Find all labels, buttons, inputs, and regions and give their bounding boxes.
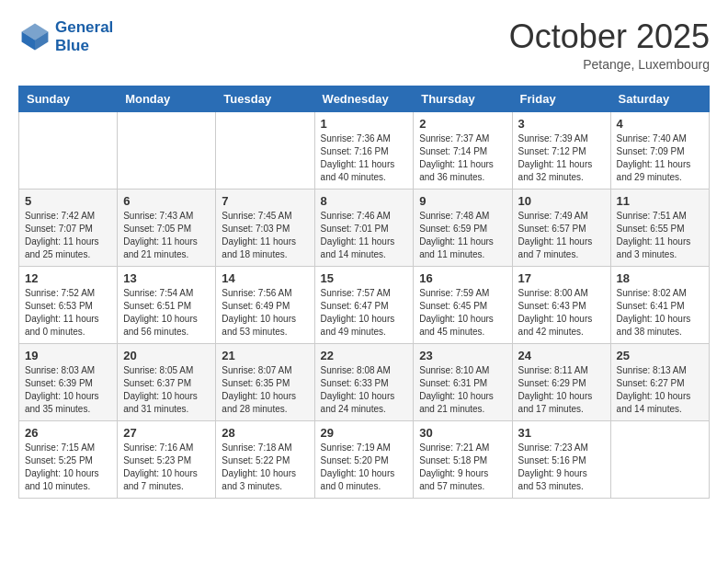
day-number: 13 — [123, 271, 210, 285]
calendar-cell: 6Sunrise: 7:43 AM Sunset: 7:05 PM Daylig… — [118, 189, 216, 266]
day-number: 31 — [518, 426, 605, 440]
day-info: Sunrise: 7:45 AM Sunset: 7:03 PM Dayligh… — [222, 210, 308, 261]
day-info: Sunrise: 7:15 AM Sunset: 5:25 PM Dayligh… — [25, 442, 111, 493]
day-number: 26 — [25, 426, 111, 440]
month-title: October 2025 — [509, 18, 710, 55]
calendar-cell — [216, 111, 314, 189]
day-number: 4 — [617, 117, 703, 131]
calendar-cell: 10Sunrise: 7:49 AM Sunset: 6:57 PM Dayli… — [512, 189, 610, 266]
day-number: 25 — [617, 349, 703, 362]
day-number: 27 — [123, 426, 210, 440]
day-info: Sunrise: 8:00 AM Sunset: 6:43 PM Dayligh… — [518, 287, 605, 339]
page-header: General Blue October 2025 Petange, Luxem… — [18, 18, 710, 72]
day-info: Sunrise: 7:57 AM Sunset: 6:47 PM Dayligh… — [321, 287, 408, 339]
day-number: 1 — [321, 117, 408, 131]
calendar-cell — [610, 420, 709, 498]
calendar-cell: 15Sunrise: 7:57 AM Sunset: 6:47 PM Dayli… — [314, 266, 414, 343]
calendar-cell: 27Sunrise: 7:16 AM Sunset: 5:23 PM Dayli… — [118, 420, 216, 498]
day-number: 2 — [419, 117, 506, 131]
calendar-cell: 5Sunrise: 7:42 AM Sunset: 7:07 PM Daylig… — [19, 189, 118, 266]
day-info: Sunrise: 7:46 AM Sunset: 7:01 PM Dayligh… — [321, 210, 408, 261]
day-info: Sunrise: 7:21 AM Sunset: 5:18 PM Dayligh… — [419, 442, 506, 493]
logo-text: General Blue — [55, 18, 113, 54]
day-info: Sunrise: 7:16 AM Sunset: 5:23 PM Dayligh… — [123, 442, 210, 493]
day-info: Sunrise: 7:43 AM Sunset: 7:05 PM Dayligh… — [123, 210, 210, 261]
day-number: 9 — [419, 194, 506, 208]
weekday-header-sunday: Sunday — [19, 86, 118, 111]
calendar-cell: 14Sunrise: 7:56 AM Sunset: 6:49 PM Dayli… — [216, 266, 314, 343]
weekday-header-tuesday: Tuesday — [216, 86, 314, 111]
calendar-cell — [118, 111, 216, 189]
calendar-cell: 28Sunrise: 7:18 AM Sunset: 5:22 PM Dayli… — [216, 420, 314, 498]
calendar-cell: 19Sunrise: 8:03 AM Sunset: 6:39 PM Dayli… — [19, 343, 118, 420]
calendar-cell: 2Sunrise: 7:37 AM Sunset: 7:14 PM Daylig… — [414, 111, 512, 189]
day-info: Sunrise: 7:51 AM Sunset: 6:55 PM Dayligh… — [617, 210, 703, 261]
calendar-cell: 16Sunrise: 7:59 AM Sunset: 6:45 PM Dayli… — [414, 266, 512, 343]
day-info: Sunrise: 7:39 AM Sunset: 7:12 PM Dayligh… — [518, 132, 605, 184]
calendar-table: SundayMondayTuesdayWednesdayThursdayFrid… — [18, 86, 710, 499]
day-info: Sunrise: 8:08 AM Sunset: 6:33 PM Dayligh… — [321, 364, 408, 416]
calendar-week-3: 12Sunrise: 7:52 AM Sunset: 6:53 PM Dayli… — [19, 266, 710, 343]
day-number: 21 — [222, 349, 308, 362]
day-number: 15 — [321, 271, 408, 285]
day-number: 24 — [518, 349, 605, 362]
day-number: 22 — [321, 349, 408, 362]
day-info: Sunrise: 8:02 AM Sunset: 6:41 PM Dayligh… — [617, 287, 703, 339]
day-number: 20 — [123, 349, 210, 362]
day-info: Sunrise: 7:52 AM Sunset: 6:53 PM Dayligh… — [25, 287, 111, 339]
calendar-cell: 25Sunrise: 8:13 AM Sunset: 6:27 PM Dayli… — [610, 343, 709, 420]
calendar-cell: 30Sunrise: 7:21 AM Sunset: 5:18 PM Dayli… — [414, 420, 512, 498]
calendar-cell: 4Sunrise: 7:40 AM Sunset: 7:09 PM Daylig… — [610, 111, 709, 189]
day-info: Sunrise: 7:36 AM Sunset: 7:16 PM Dayligh… — [321, 132, 408, 184]
calendar-cell: 9Sunrise: 7:48 AM Sunset: 6:59 PM Daylig… — [414, 189, 512, 266]
logo-icon — [18, 20, 51, 53]
calendar-cell: 23Sunrise: 8:10 AM Sunset: 6:31 PM Dayli… — [414, 343, 512, 420]
weekday-header-friday: Friday — [512, 86, 610, 111]
calendar-cell: 12Sunrise: 7:52 AM Sunset: 6:53 PM Dayli… — [19, 266, 118, 343]
day-info: Sunrise: 8:10 AM Sunset: 6:31 PM Dayligh… — [419, 364, 506, 416]
day-number: 28 — [222, 426, 308, 440]
calendar-cell: 8Sunrise: 7:46 AM Sunset: 7:01 PM Daylig… — [314, 189, 414, 266]
calendar-cell: 18Sunrise: 8:02 AM Sunset: 6:41 PM Dayli… — [610, 266, 709, 343]
day-number: 6 — [123, 194, 210, 208]
day-info: Sunrise: 7:56 AM Sunset: 6:49 PM Dayligh… — [222, 287, 308, 339]
weekday-header-saturday: Saturday — [610, 86, 709, 111]
day-number: 5 — [25, 194, 111, 208]
location-subtitle: Petange, Luxembourg — [509, 57, 710, 72]
calendar-cell: 17Sunrise: 8:00 AM Sunset: 6:43 PM Dayli… — [512, 266, 610, 343]
day-info: Sunrise: 7:54 AM Sunset: 6:51 PM Dayligh… — [123, 287, 210, 339]
day-info: Sunrise: 8:03 AM Sunset: 6:39 PM Dayligh… — [25, 364, 111, 416]
day-info: Sunrise: 7:48 AM Sunset: 6:59 PM Dayligh… — [419, 210, 506, 261]
day-number: 19 — [25, 349, 111, 362]
calendar-cell: 31Sunrise: 7:23 AM Sunset: 5:16 PM Dayli… — [512, 420, 610, 498]
day-info: Sunrise: 7:42 AM Sunset: 7:07 PM Dayligh… — [25, 210, 111, 261]
calendar-cell: 1Sunrise: 7:36 AM Sunset: 7:16 PM Daylig… — [314, 111, 414, 189]
calendar-week-2: 5Sunrise: 7:42 AM Sunset: 7:07 PM Daylig… — [19, 189, 710, 266]
weekday-header-thursday: Thursday — [414, 86, 512, 111]
calendar-week-4: 19Sunrise: 8:03 AM Sunset: 6:39 PM Dayli… — [19, 343, 710, 420]
day-info: Sunrise: 8:05 AM Sunset: 6:37 PM Dayligh… — [123, 364, 210, 416]
day-info: Sunrise: 7:40 AM Sunset: 7:09 PM Dayligh… — [617, 132, 703, 184]
calendar-cell: 24Sunrise: 8:11 AM Sunset: 6:29 PM Dayli… — [512, 343, 610, 420]
day-number: 30 — [419, 426, 506, 440]
weekday-header-wednesday: Wednesday — [314, 86, 414, 111]
day-number: 10 — [518, 194, 605, 208]
calendar-cell: 21Sunrise: 8:07 AM Sunset: 6:35 PM Dayli… — [216, 343, 314, 420]
calendar-cell: 3Sunrise: 7:39 AM Sunset: 7:12 PM Daylig… — [512, 111, 610, 189]
logo: General Blue — [18, 18, 113, 54]
day-number: 17 — [518, 271, 605, 285]
day-number: 3 — [518, 117, 605, 131]
title-block: October 2025 Petange, Luxembourg — [509, 18, 710, 72]
day-number: 18 — [617, 271, 703, 285]
day-info: Sunrise: 7:18 AM Sunset: 5:22 PM Dayligh… — [222, 442, 308, 493]
day-info: Sunrise: 7:37 AM Sunset: 7:14 PM Dayligh… — [419, 132, 506, 184]
day-info: Sunrise: 8:07 AM Sunset: 6:35 PM Dayligh… — [222, 364, 308, 416]
day-info: Sunrise: 7:49 AM Sunset: 6:57 PM Dayligh… — [518, 210, 605, 261]
day-number: 29 — [321, 426, 408, 440]
calendar-cell: 7Sunrise: 7:45 AM Sunset: 7:03 PM Daylig… — [216, 189, 314, 266]
calendar-cell: 20Sunrise: 8:05 AM Sunset: 6:37 PM Dayli… — [118, 343, 216, 420]
day-info: Sunrise: 7:19 AM Sunset: 5:20 PM Dayligh… — [321, 442, 408, 493]
calendar-header-row: SundayMondayTuesdayWednesdayThursdayFrid… — [19, 86, 710, 111]
day-info: Sunrise: 8:11 AM Sunset: 6:29 PM Dayligh… — [518, 364, 605, 416]
day-number: 11 — [617, 194, 703, 208]
